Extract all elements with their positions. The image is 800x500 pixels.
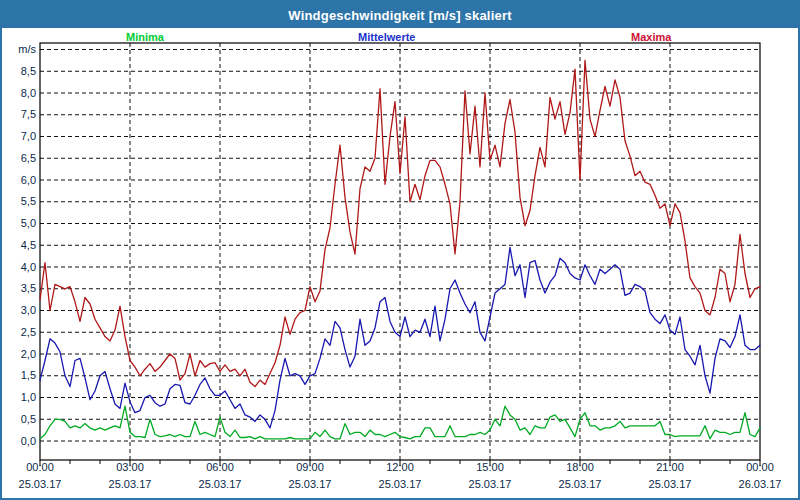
x-tick-date-label: 26.03.17 [739,478,782,490]
title-bar: Windgeschwindigkeit [m/s] skaliert [2,2,798,28]
y-tick-label: 1,5 [21,369,36,381]
y-tick-label: 6,5 [21,152,36,164]
x-tick-time-label: 00:00 [26,461,54,473]
y-tick-label: 6,0 [21,174,36,186]
chart-area: Minima Mittelwerte Maxima 0,00,51,01,52,… [2,28,798,498]
x-tick-date-label: 25.03.17 [19,478,62,490]
x-tick-time-label: 18:00 [566,461,594,473]
app-window: Windgeschwindigkeit [m/s] skaliert Minim… [0,0,800,500]
x-tick-time-label: 12:00 [386,461,414,473]
y-tick-label: 4,5 [21,239,36,251]
y-tick-label: 0,0 [21,435,36,447]
window-title: Windgeschwindigkeit [m/s] skaliert [288,8,511,23]
legend-maxima-label: Maxima [631,31,671,43]
x-tick-date-label: 25.03.17 [379,478,422,490]
y-axis-unit-label: m/s [18,43,36,55]
y-tick-label: 2,0 [21,348,36,360]
legend-minima-label: Minima [126,31,164,43]
x-tick-time-label: 03:00 [116,461,144,473]
x-tick-date-label: 25.03.17 [469,478,512,490]
x-tick-date-label: 25.03.17 [199,478,242,490]
x-tick-time-label: 09:00 [296,461,324,473]
x-tick-date-label: 25.03.17 [559,478,602,490]
x-tick-date-label: 25.03.17 [289,478,332,490]
x-tick-time-label: 15:00 [476,461,504,473]
x-tick-time-label: 06:00 [206,461,234,473]
y-tick-label: 3,5 [21,282,36,294]
x-tick-time-label: 00:00 [746,461,774,473]
x-tick-date-label: 25.03.17 [109,478,152,490]
y-tick-label: 0,5 [21,413,36,425]
y-tick-label: 4,0 [21,261,36,273]
y-tick-label: 5,0 [21,217,36,229]
y-tick-label: 5,5 [21,195,36,207]
y-tick-label: 3,0 [21,304,36,316]
legend-mittelwerte-label: Mittelwerte [358,31,415,43]
y-tick-label: 7,0 [21,130,36,142]
y-tick-label: 8,5 [21,65,36,77]
x-tick-time-label: 21:00 [656,461,684,473]
x-tick-date-label: 25.03.17 [649,478,692,490]
wind-speed-chart: 0,00,51,01,52,02,53,03,54,04,55,05,56,06… [2,28,798,498]
y-tick-label: 8,0 [21,87,36,99]
y-tick-label: 2,5 [21,326,36,338]
y-tick-label: 1,0 [21,391,36,403]
y-tick-label: 7,5 [21,108,36,120]
